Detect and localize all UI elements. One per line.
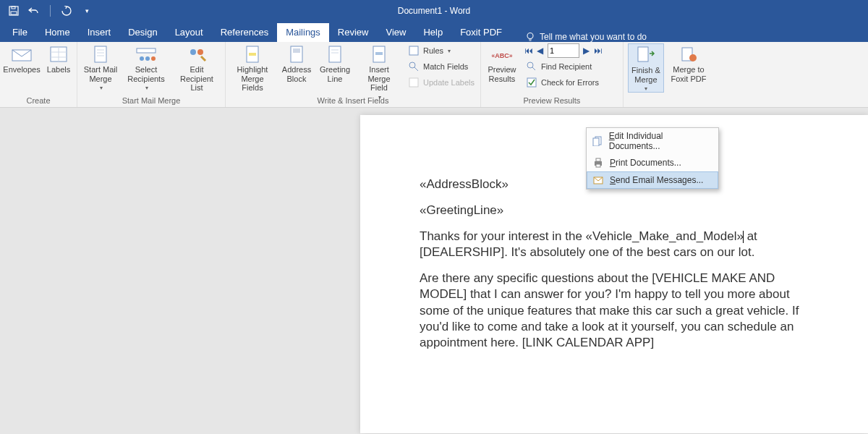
- group-label-create: Create: [4, 95, 72, 107]
- tab-references[interactable]: References: [212, 23, 277, 42]
- tab-review[interactable]: Review: [329, 23, 378, 42]
- greeting-line-field: «GreetingLine»: [420, 203, 810, 218]
- group-finish: Finish & Merge▾ Merge to Foxit PDF: [624, 42, 712, 107]
- svg-rect-1: [11, 12, 17, 14]
- svg-point-3: [527, 33, 533, 39]
- customize-qat-icon[interactable]: ▾: [80, 4, 93, 17]
- check-icon: [526, 77, 537, 88]
- svg-rect-25: [527, 78, 536, 87]
- select-recipients-button[interactable]: Select Recipients▾: [125, 43, 167, 91]
- insert-merge-field-button[interactable]: Insert Merge Field▾: [357, 43, 401, 101]
- highlight-icon: [241, 45, 264, 64]
- lightbulb-icon: [525, 32, 535, 42]
- svg-rect-16: [293, 48, 300, 53]
- prev-record-icon[interactable]: ◀: [536, 46, 545, 56]
- svg-rect-7: [137, 48, 156, 53]
- svg-rect-20: [409, 46, 418, 55]
- undo-icon[interactable]: [27, 4, 41, 17]
- documents-icon: [592, 135, 603, 147]
- title-bar: ▾ Document1 - Word: [0, 0, 868, 22]
- finish-icon: [634, 46, 658, 64]
- body-paragraph-2: Are there any specific questions about t…: [420, 271, 810, 350]
- check-errors-button[interactable]: Check for Errors: [524, 75, 618, 90]
- app-title: Document1 - Word: [398, 6, 470, 16]
- svg-rect-17: [329, 46, 341, 62]
- update-labels-button: Update Labels: [407, 75, 476, 90]
- preview-icon: «ABC»: [490, 45, 514, 64]
- body-paragraph-1: Thanks for your interest in the «Vehicle…: [420, 229, 810, 260]
- svg-text:«ABC»: «ABC»: [492, 52, 512, 59]
- find-recipient-button[interactable]: Find Recipient: [524, 59, 618, 74]
- update-icon: [408, 77, 420, 88]
- highlight-merge-fields-button[interactable]: Highlight Merge Fields: [230, 43, 275, 93]
- quick-access-toolbar: ▾: [7, 4, 93, 17]
- svg-rect-32: [596, 158, 600, 161]
- labels-button[interactable]: Labels: [45, 43, 72, 75]
- group-preview-results: «ABC» Preview Results ⏮ ◀ ▶ ⏭ Find Recip…: [481, 42, 624, 107]
- svg-point-10: [151, 56, 156, 61]
- group-label-finish: [628, 95, 707, 107]
- record-navigation: ⏮ ◀ ▶ ⏭: [524, 43, 618, 58]
- document-workspace: «AddressBlock» «GreetingLine» Thanks for…: [0, 108, 868, 434]
- svg-rect-19: [375, 52, 383, 55]
- merge-to-foxit-button[interactable]: Merge to Foxit PDF: [670, 43, 707, 83]
- printer-icon: [592, 157, 604, 169]
- tab-file[interactable]: File: [4, 23, 36, 42]
- rules-icon: [408, 45, 420, 56]
- match-fields-button[interactable]: Match Fields: [407, 59, 476, 74]
- match-icon: [408, 61, 420, 72]
- tab-view[interactable]: View: [377, 23, 414, 42]
- tab-layout[interactable]: Layout: [166, 23, 212, 42]
- tell-me-search[interactable]: Tell me what you want to do: [525, 32, 647, 42]
- tab-design[interactable]: Design: [119, 23, 166, 42]
- edit-recipient-list-button[interactable]: Edit Recipient List: [173, 43, 221, 93]
- group-start-mail-merge: Start Mail Merge▾ Select Recipients▾ Edi…: [77, 42, 226, 107]
- finish-merge-button[interactable]: Finish & Merge▾: [628, 43, 664, 93]
- ribbon-tabs: File Home Insert Design Layout Reference…: [0, 22, 868, 42]
- svg-point-12: [197, 49, 203, 55]
- send-email-messages-item[interactable]: SSend Email Messages...end Email Message…: [587, 171, 718, 189]
- record-number-input[interactable]: [548, 43, 579, 58]
- svg-point-11: [190, 49, 196, 55]
- edit-recipients-icon: [185, 45, 208, 64]
- email-icon: [592, 174, 604, 186]
- address-block-button[interactable]: Address Block: [281, 43, 312, 83]
- svg-point-9: [145, 56, 150, 61]
- tab-foxit[interactable]: Foxit PDF: [451, 23, 511, 42]
- save-icon[interactable]: [7, 4, 20, 17]
- print-documents-item[interactable]: PPrint Documents...rint Documents...: [587, 154, 718, 171]
- last-record-icon[interactable]: ⏭: [594, 46, 603, 56]
- envelopes-button[interactable]: Envelopes: [4, 43, 39, 75]
- greeting-icon: [323, 45, 346, 64]
- tab-help[interactable]: Help: [414, 23, 451, 42]
- find-icon: [526, 61, 537, 72]
- group-create: Envelopes Labels Create: [0, 42, 77, 107]
- envelope-icon: [10, 45, 33, 64]
- document-icon: [89, 45, 112, 64]
- rules-button[interactable]: Rules▾: [407, 43, 476, 58]
- next-record-icon[interactable]: ▶: [582, 46, 591, 56]
- svg-rect-6: [95, 46, 106, 62]
- finish-merge-dropdown: EEdit Individual Documents...dit Individ…: [586, 127, 719, 190]
- svg-rect-14: [249, 53, 256, 56]
- svg-point-28: [689, 54, 697, 61]
- preview-results-button[interactable]: «ABC» Preview Results: [485, 43, 519, 83]
- svg-point-24: [527, 62, 533, 68]
- tab-home[interactable]: Home: [36, 23, 79, 42]
- tab-insert[interactable]: Insert: [79, 23, 120, 42]
- foxit-pdf-icon: [677, 45, 700, 64]
- start-mail-merge-button[interactable]: Start Mail Merge▾: [82, 43, 119, 91]
- first-record-icon[interactable]: ⏮: [524, 46, 533, 56]
- redo-icon[interactable]: [60, 4, 73, 17]
- recipients-icon: [135, 45, 158, 64]
- greeting-line-button[interactable]: Greeting Line: [318, 43, 352, 83]
- edit-individual-documents-item[interactable]: EEdit Individual Documents...dit Individ…: [587, 128, 718, 154]
- group-write-insert: Highlight Merge Fields Address Block Gre…: [226, 42, 481, 107]
- group-label-start: Start Mail Merge: [82, 95, 221, 107]
- svg-rect-2: [12, 7, 15, 9]
- svg-rect-30: [593, 138, 599, 146]
- labels-icon: [47, 45, 70, 64]
- svg-rect-33: [596, 164, 600, 167]
- address-block-icon: [285, 45, 308, 64]
- tab-mailings[interactable]: Mailings: [277, 23, 329, 42]
